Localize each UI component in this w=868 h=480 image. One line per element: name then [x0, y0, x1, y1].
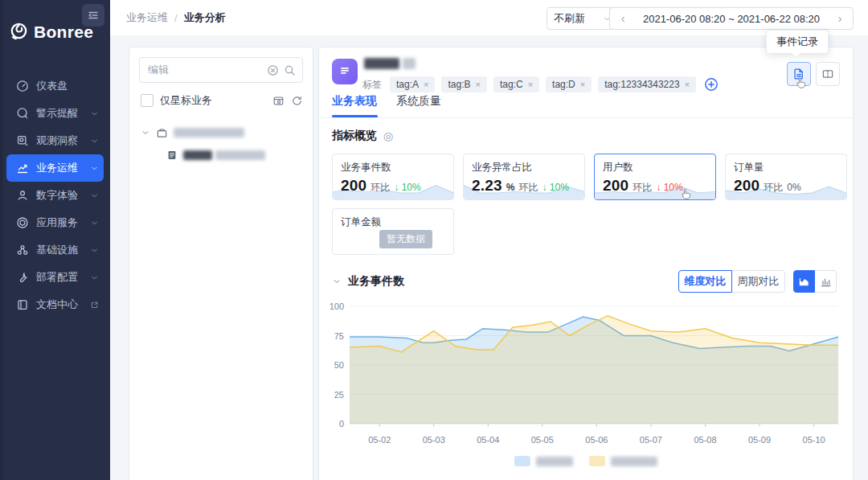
- sidebar-item-deploy-config[interactable]: 部署配置: [6, 264, 104, 291]
- tag-chip[interactable]: tag:B×: [441, 76, 486, 92]
- trend-chart-icon: [16, 162, 29, 174]
- sidebar-item-insight[interactable]: 观测洞察: [6, 127, 104, 154]
- breadcrumb-parent[interactable]: 业务运维: [126, 10, 168, 25]
- tree-group-row[interactable]: [141, 121, 305, 144]
- metric-card-orders[interactable]: 订单量 200 环比 0%: [725, 154, 847, 200]
- chevron-down-icon: [90, 164, 99, 173]
- split-view-button[interactable]: [816, 62, 840, 86]
- analysis-panel: 标签 tag:A× tag:B× tag:C× tag:D× tag:12334…: [318, 47, 854, 480]
- sidebar-item-alerts[interactable]: 警示提醒: [6, 100, 104, 127]
- svg-text:05-06: 05-06: [585, 435, 608, 445]
- search-icon[interactable]: [284, 64, 296, 76]
- tag-close-icon[interactable]: ×: [528, 80, 533, 89]
- sidebar-item-business-ops[interactable]: 业务运维: [6, 154, 104, 182]
- svg-text:05-04: 05-04: [477, 435, 499, 445]
- svg-text:05-09: 05-09: [748, 435, 771, 445]
- date-range-value[interactable]: 2021-06-20 08:20 ~ 2021-06-22 08:20: [643, 13, 820, 25]
- swan-logo-icon: [8, 21, 30, 43]
- active-tab-underline: [332, 115, 378, 117]
- application-name-redacted: [364, 58, 416, 69]
- svg-text:0: 0: [339, 419, 344, 429]
- document-icon: [166, 150, 178, 161]
- tree-leaf-row[interactable]: [141, 144, 305, 166]
- svg-text:05-08: 05-08: [694, 435, 716, 445]
- search-settings-icon[interactable]: [272, 95, 285, 107]
- metric-card-users[interactable]: 用户数 200 环比 ↓ 10%: [594, 154, 716, 200]
- card-value: 200: [734, 177, 760, 195]
- event-record-button[interactable]: [787, 62, 811, 86]
- no-data-badge: 暂无数据: [379, 230, 432, 248]
- tab-business-performance[interactable]: 业务表现: [332, 94, 377, 109]
- group-folder-icon: [156, 127, 168, 139]
- metric-card-business-events[interactable]: 业务事件数 200 环比 ↓ 10%: [332, 154, 454, 200]
- panel-tabs: 业务表现 系统质量: [319, 94, 853, 118]
- tooltip-text: 事件记录: [776, 35, 818, 49]
- svg-text:05-02: 05-02: [368, 435, 391, 445]
- sidebar-item-dashboard[interactable]: 仪表盘: [6, 72, 104, 100]
- sidebar-item-digital-experience[interactable]: 数字体验: [6, 182, 104, 209]
- sidebar-item-docs[interactable]: 文档中心: [6, 291, 104, 318]
- legend-item-yellow[interactable]: [589, 456, 657, 466]
- svg-text:05-03: 05-03: [423, 435, 445, 445]
- tab-system-quality[interactable]: 系统质量: [396, 94, 441, 109]
- brand-name: Bonree: [34, 23, 93, 42]
- nodes-icon: [16, 244, 29, 256]
- brand-logo[interactable]: Bonree: [8, 21, 93, 43]
- metric-card-order-amount[interactable]: 订单金额 暂无数据: [332, 208, 454, 255]
- area-chart-canvas: 025507510005-0205-0305-0405-0505-0605-07…: [326, 298, 846, 453]
- tag-close-icon[interactable]: ×: [476, 80, 481, 89]
- card-title: 业务异常占比: [472, 161, 576, 174]
- tags-row: 标签 tag:A× tag:B× tag:C× tag:D× tag:12334…: [362, 76, 719, 92]
- top-bar: 业务运维 / 业务分析 不刷新 ‹ 2021-06-20 08:20 ~ 202…: [110, 0, 868, 36]
- refresh-interval-select[interactable]: 不刷新: [547, 7, 619, 30]
- redacted-group-name: [174, 128, 244, 137]
- breadcrumb-current: 业务分析: [184, 10, 226, 25]
- svg-text:100: 100: [330, 302, 344, 311]
- tooltip-caret: [791, 48, 801, 59]
- card-title: 订单量: [734, 161, 838, 174]
- user-icon: [16, 189, 29, 202]
- tag-close-icon[interactable]: ×: [685, 80, 690, 89]
- business-events-chart[interactable]: 025507510005-0205-0305-0405-0505-0605-07…: [326, 298, 846, 453]
- sidebar-item-label: 部署配置: [36, 270, 83, 285]
- tag-chip[interactable]: tag:C×: [493, 76, 539, 92]
- dimension-compare-button[interactable]: 维度对比: [678, 270, 732, 293]
- bar-chart-toggle-button[interactable]: [815, 270, 837, 293]
- sidebar-item-app-services[interactable]: 应用服务: [6, 209, 104, 236]
- legend-item-blue[interactable]: [514, 456, 573, 466]
- star-filter-row: 仅星标业务: [141, 92, 303, 109]
- chevron-down-icon: [141, 128, 150, 137]
- collapse-chevron-icon[interactable]: [332, 277, 342, 286]
- chevron-down-icon: [90, 219, 99, 228]
- metric-card-exception-ratio[interactable]: 业务异常占比 2.23 % 环比 ↓ 10%: [463, 154, 585, 200]
- date-prev-icon[interactable]: ‹: [618, 12, 628, 25]
- clear-circle-icon[interactable]: [267, 64, 279, 76]
- sidebar-item-infrastructure[interactable]: 基础设施: [6, 236, 104, 264]
- tag-chip[interactable]: tag:12334343223×: [598, 76, 696, 92]
- period-compare-button[interactable]: 周期对比: [731, 270, 785, 293]
- card-compare-label: 环比: [633, 181, 652, 195]
- redacted-legend-label: [611, 457, 657, 466]
- card-compare-label: 环比: [518, 181, 538, 195]
- add-tag-button[interactable]: [704, 77, 719, 92]
- card-value: 200: [603, 177, 628, 195]
- date-next-icon[interactable]: ›: [835, 12, 845, 25]
- area-chart-toggle-button[interactable]: [793, 270, 815, 293]
- wrench-icon: [16, 271, 29, 284]
- card-compare-label: 环比: [371, 181, 390, 195]
- tree-search-box[interactable]: [139, 57, 303, 83]
- star-only-checkbox[interactable]: [141, 94, 154, 107]
- sidebar-item-label: 数字体验: [36, 188, 83, 203]
- gear-icon[interactable]: ◎: [383, 130, 393, 142]
- business-tree-panel: 仅星标业务: [129, 47, 313, 480]
- tag-close-icon[interactable]: ×: [424, 80, 428, 89]
- tag-chip[interactable]: tag:D×: [546, 76, 592, 92]
- date-range-picker[interactable]: ‹ 2021-06-20 08:20 ~ 2021-06-22 08:20 ›: [609, 7, 854, 30]
- metric-cards-row: 业务事件数 200 环比 ↓ 10% 业务异常占比 2.23 % 环比 ↓ 10…: [332, 154, 847, 200]
- refresh-cycle-icon[interactable]: [291, 95, 303, 107]
- search-input[interactable]: [146, 64, 262, 77]
- split-view-icon: [821, 68, 834, 80]
- tag-chip[interactable]: tag:A×: [390, 76, 435, 92]
- tag-close-icon[interactable]: ×: [580, 80, 585, 89]
- area-chart-icon: [798, 276, 810, 288]
